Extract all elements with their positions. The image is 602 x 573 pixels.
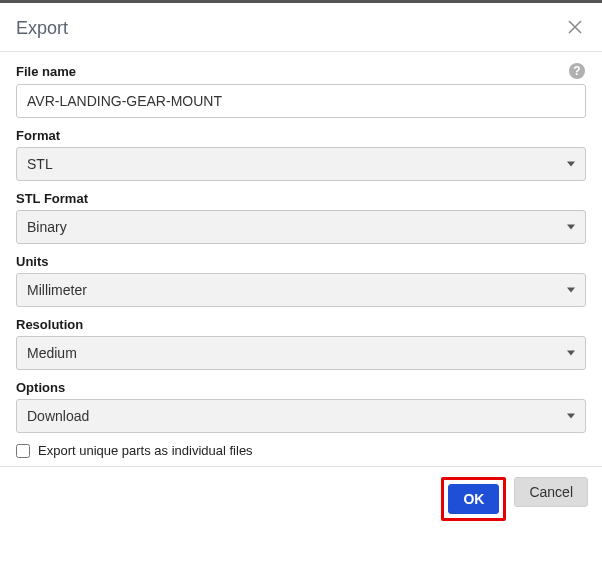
format-select[interactable]: STL xyxy=(16,147,586,181)
format-label: Format xyxy=(16,128,60,143)
chevron-down-icon xyxy=(567,225,575,230)
export-unique-label: Export unique parts as individual files xyxy=(38,443,253,458)
units-value: Millimeter xyxy=(27,282,87,298)
help-icon[interactable]: ? xyxy=(568,62,586,80)
options-label: Options xyxy=(16,380,65,395)
field-resolution: Resolution Medium xyxy=(16,317,586,370)
resolution-select[interactable]: Medium xyxy=(16,336,586,370)
dialog-body: File name ? Format STL STL Format Binary xyxy=(0,52,602,466)
filename-label: File name xyxy=(16,64,76,79)
format-value: STL xyxy=(27,156,53,172)
stlformat-value: Binary xyxy=(27,219,67,235)
field-stlformat: STL Format Binary xyxy=(16,191,586,244)
stlformat-select[interactable]: Binary xyxy=(16,210,586,244)
cancel-button[interactable]: Cancel xyxy=(514,477,588,507)
resolution-label: Resolution xyxy=(16,317,83,332)
close-icon xyxy=(568,20,582,34)
dialog-header: Export xyxy=(0,3,602,52)
options-select[interactable]: Download xyxy=(16,399,586,433)
field-format: Format STL xyxy=(16,128,586,181)
filename-input[interactable] xyxy=(16,84,586,118)
ok-highlight-box: OK xyxy=(441,477,506,521)
field-options: Options Download xyxy=(16,380,586,433)
chevron-down-icon xyxy=(567,288,575,293)
field-units: Units Millimeter xyxy=(16,254,586,307)
resolution-value: Medium xyxy=(27,345,77,361)
options-value: Download xyxy=(27,408,89,424)
units-label: Units xyxy=(16,254,49,269)
stlformat-label: STL Format xyxy=(16,191,88,206)
units-select[interactable]: Millimeter xyxy=(16,273,586,307)
chevron-down-icon xyxy=(567,414,575,419)
close-button[interactable] xyxy=(564,15,586,41)
export-unique-checkbox[interactable] xyxy=(16,444,30,458)
svg-text:?: ? xyxy=(573,64,580,78)
export-dialog: Export File name ? Format STL xyxy=(0,0,602,533)
ok-button[interactable]: OK xyxy=(448,484,499,514)
chevron-down-icon xyxy=(567,162,575,167)
field-filename: File name ? xyxy=(16,62,586,118)
chevron-down-icon xyxy=(567,351,575,356)
export-unique-checkbox-row[interactable]: Export unique parts as individual files xyxy=(16,443,586,458)
dialog-footer: OK Cancel xyxy=(0,466,602,533)
dialog-title: Export xyxy=(16,18,68,39)
